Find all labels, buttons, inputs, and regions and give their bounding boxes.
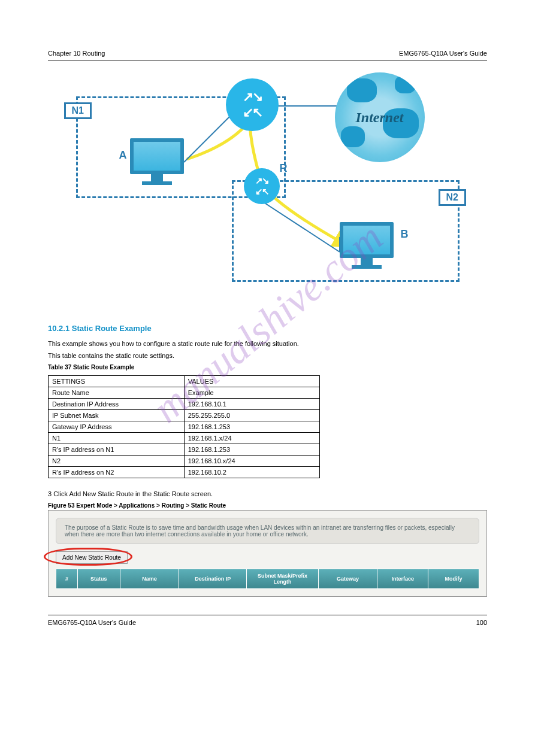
wire-to-globe bbox=[277, 105, 337, 107]
table-row: Route NameExample bbox=[49, 387, 320, 399]
figure-caption: Figure 53 Expert Mode > Applications > R… bbox=[48, 502, 487, 509]
label-a: A bbox=[119, 149, 127, 162]
table-row: SETTINGSVALUES bbox=[49, 376, 320, 387]
computer-b-icon bbox=[340, 222, 394, 258]
label-r: R bbox=[280, 162, 288, 175]
cell: VALUES bbox=[184, 376, 320, 387]
cell: R's IP address on N1 bbox=[49, 444, 185, 456]
cell: 192.168.1.253 bbox=[184, 421, 320, 433]
para-3: 3 Click Add New Static Route in the Stat… bbox=[48, 490, 487, 497]
table-row: N1192.168.1.x/24 bbox=[49, 433, 320, 444]
footer-page-number: 100 bbox=[476, 619, 487, 626]
cell: N2 bbox=[49, 456, 185, 467]
cell: 192.168.1.253 bbox=[184, 444, 320, 456]
internet-globe-icon: Internet bbox=[335, 72, 425, 162]
col-status: Status bbox=[78, 569, 120, 588]
col-index: # bbox=[56, 569, 77, 588]
table-row: R's IP address on N1192.168.1.253 bbox=[49, 444, 320, 456]
cell: Route Name bbox=[49, 387, 185, 399]
para-2: This table contains the static route set… bbox=[48, 352, 487, 359]
router-r-icon: ↗↘↙↖ bbox=[244, 168, 280, 204]
cell: 192.168.10.2 bbox=[184, 467, 320, 478]
static-route-table: SETTINGSVALUES Route NameExample Destina… bbox=[48, 375, 320, 478]
cell: 255.255.255.0 bbox=[184, 410, 320, 421]
n1-label: N1 bbox=[64, 102, 92, 119]
cell: Destination IP Address bbox=[49, 399, 185, 410]
ui-notice-text: The purpose of a Static Route is to save… bbox=[56, 518, 479, 544]
table-row: N2192.168.10.x/24 bbox=[49, 456, 320, 467]
cell: 192.168.10.x/24 bbox=[184, 456, 320, 467]
col-name: Name bbox=[120, 569, 179, 588]
table-row: IP Subnet Mask255.255.255.0 bbox=[49, 410, 320, 421]
table-row: Gateway IP Address192.168.1.253 bbox=[49, 421, 320, 433]
table-row: Destination IP Address192.168.10.1 bbox=[49, 399, 320, 410]
add-static-route-button[interactable]: Add New Static Route bbox=[56, 551, 128, 564]
col-subnet: Subnet Mask/Prefix Length bbox=[247, 569, 318, 588]
main-router-icon: ↗↘↙↖ bbox=[226, 78, 279, 131]
header-rule: Chapter 10 Routing EMG6765-Q10A User's G… bbox=[48, 60, 487, 60]
cell: 192.168.10.1 bbox=[184, 399, 320, 410]
header-guide: EMG6765-Q10A User's Guide bbox=[399, 50, 487, 57]
cell: 192.168.1.x/24 bbox=[184, 433, 320, 444]
footer-guide: EMG6765-Q10A User's Guide bbox=[48, 619, 136, 626]
n2-label: N2 bbox=[439, 189, 466, 206]
cell: R's IP address on N2 bbox=[49, 467, 185, 478]
label-b: B bbox=[401, 228, 409, 241]
col-gateway: Gateway bbox=[319, 569, 377, 588]
computer-a-icon bbox=[130, 138, 184, 174]
col-interface: Interface bbox=[377, 569, 428, 588]
section-heading: 10.2.1 Static Route Example bbox=[48, 324, 487, 333]
static-route-screen: The purpose of a Static Route is to save… bbox=[48, 510, 487, 597]
cell: Example bbox=[184, 387, 320, 399]
cell: N1 bbox=[49, 433, 185, 444]
footer-rule: EMG6765-Q10A User's Guide 100 bbox=[48, 615, 487, 633]
cell: SETTINGS bbox=[49, 376, 185, 387]
para-1: This example shows you how to configure … bbox=[48, 340, 487, 347]
network-diagram: N1 N2 Internet ↗↘↙↖ ↗↘↙↖ bbox=[48, 84, 487, 306]
cell: IP Subnet Mask bbox=[49, 410, 185, 421]
static-route-list-table: # Status Name Destination IP Subnet Mask… bbox=[56, 569, 479, 589]
cell: Gateway IP Address bbox=[49, 421, 185, 433]
table-caption: Table 37 Static Route Example bbox=[48, 364, 487, 371]
header-chapter: Chapter 10 Routing bbox=[48, 50, 105, 57]
col-modify: Modify bbox=[428, 569, 479, 588]
col-destination: Destination IP bbox=[179, 569, 246, 588]
table-row: R's IP address on N2192.168.10.2 bbox=[49, 467, 320, 478]
internet-label: Internet bbox=[355, 110, 403, 126]
